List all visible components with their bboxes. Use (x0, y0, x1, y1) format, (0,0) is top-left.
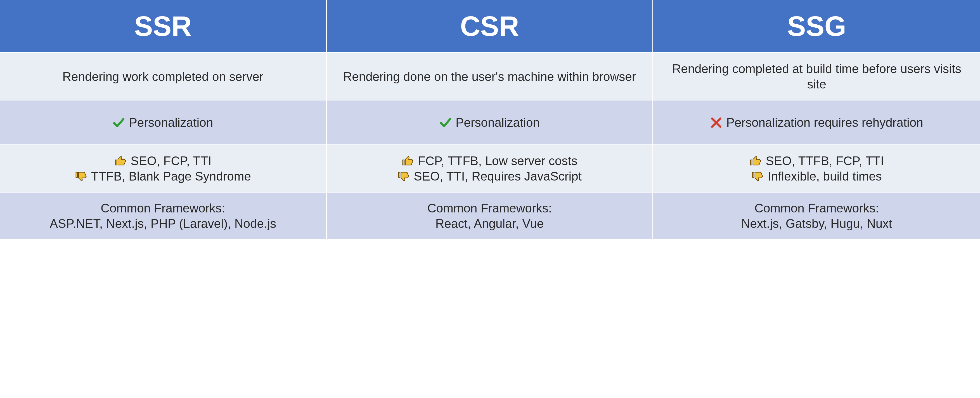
thumbs-up-icon (402, 155, 414, 167)
personalization-text: Personalization requires rehydration (726, 115, 923, 130)
header-title: SSG (787, 9, 846, 44)
thumbs-down-icon (751, 170, 764, 182)
description-csr: Rendering done on the user's machine wit… (327, 53, 654, 101)
thumbs-down-icon (75, 170, 87, 182)
check-icon (113, 117, 125, 129)
frameworks-ssg: Common Frameworks: Next.js, Gatsby, Hugu… (653, 193, 980, 240)
cross-icon (710, 117, 722, 129)
personalization-ssr: Personalization (0, 101, 327, 145)
frameworks-list: ASP.NET, Next.js, PHP (Laravel), Node.js (50, 216, 276, 231)
header-ssg: SSG (653, 0, 980, 53)
proscons-csr: FCP, TTFB, Low server costs SEO, TTI, Re… (327, 145, 654, 193)
frameworks-list: React, Angular, Vue (436, 216, 544, 231)
pro-text: FCP, TTFB, Low server costs (418, 153, 578, 168)
personalization-text: Personalization (456, 115, 540, 130)
frameworks-csr: Common Frameworks: React, Angular, Vue (327, 193, 654, 240)
pro-text: SEO, TTFB, FCP, TTI (765, 153, 884, 168)
header-title: CSR (460, 9, 519, 44)
thumbs-down-icon (398, 170, 410, 182)
description-text: Rendering completed at build time before… (664, 61, 969, 92)
con-text: TTFB, Blank Page Syndrome (91, 168, 251, 184)
proscons-ssg: SEO, TTFB, FCP, TTI Inflexible, build ti… (653, 145, 980, 193)
personalization-csr: Personalization (327, 101, 654, 145)
con-text: Inflexible, build times (768, 168, 881, 184)
description-ssg: Rendering completed at build time before… (653, 53, 980, 101)
proscons-ssr: SEO, FCP, TTI TTFB, Blank Page Syndrome (0, 145, 327, 193)
frameworks-ssr: Common Frameworks: ASP.NET, Next.js, PHP… (0, 193, 327, 240)
check-icon (439, 117, 452, 129)
thumbs-up-icon (749, 155, 762, 167)
personalization-ssg: Personalization requires rehydration (653, 101, 980, 145)
pro-text: SEO, FCP, TTI (130, 153, 211, 168)
header-ssr: SSR (0, 0, 327, 53)
frameworks-label: Common Frameworks: (427, 200, 552, 216)
description-text: Rendering done on the user's machine wit… (343, 69, 636, 84)
description-text: Rendering work completed on server (62, 69, 263, 84)
frameworks-list: Next.js, Gatsby, Hugu, Nuxt (741, 216, 892, 231)
description-ssr: Rendering work completed on server (0, 53, 327, 101)
header-title: SSR (134, 9, 192, 44)
comparison-table: SSR CSR SSG Rendering work completed on … (0, 0, 980, 240)
thumbs-up-icon (115, 155, 127, 167)
personalization-text: Personalization (129, 115, 213, 130)
frameworks-label: Common Frameworks: (101, 200, 225, 216)
header-csr: CSR (327, 0, 654, 53)
con-text: SEO, TTI, Requires JavaScript (414, 168, 582, 184)
frameworks-label: Common Frameworks: (754, 200, 879, 216)
